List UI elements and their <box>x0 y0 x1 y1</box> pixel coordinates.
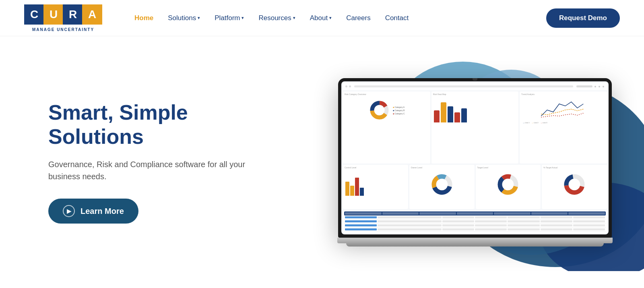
table-col-header <box>531 212 568 215</box>
table-cell <box>508 216 539 218</box>
play-icon: ▶ <box>63 205 75 217</box>
dashboard-screen: Risk Category Overview <box>341 81 609 234</box>
laptop-base <box>337 238 613 243</box>
nav-about[interactable]: About ▾ <box>304 11 337 25</box>
table-col-header <box>494 212 530 215</box>
table-cell-link <box>345 224 377 226</box>
table-row <box>344 224 606 228</box>
donut-chart-2: Owner Level <box>409 165 475 209</box>
laptop-notch <box>473 78 477 81</box>
laptop: Risk Category Overview <box>338 78 612 247</box>
charts-row-1: Risk Category Overview <box>343 91 607 164</box>
table-row <box>344 215 606 220</box>
bar-chart-1: Risk Heat Map <box>431 91 519 164</box>
table-cell <box>378 220 442 222</box>
table-cell <box>541 224 572 226</box>
nav-contact[interactable]: Contact <box>380 11 415 25</box>
table-col-header <box>568 212 605 215</box>
donut-chart-3: Target Level <box>476 165 541 209</box>
charts-row-2: Control Level <box>343 165 607 209</box>
table-cell <box>541 228 572 230</box>
logo-letter-a: A <box>88 8 96 21</box>
nav-solutions[interactable]: Solutions ▾ <box>162 11 206 25</box>
main-nav: Home Solutions ▾ Platform ▾ Resources ▾ … <box>129 11 546 25</box>
logo-letter-c: C <box>30 8 38 21</box>
table-cell <box>442 224 474 226</box>
table-col-header <box>419 212 456 215</box>
table-cell-link <box>345 220 377 222</box>
nav-platform[interactable]: Platform ▾ <box>209 11 250 25</box>
chevron-down-icon: ▾ <box>198 15 200 21</box>
hero-section: Smart, Simple Solutions Governance, Risk… <box>0 36 644 288</box>
nav-resources[interactable]: Resources ▾ <box>253 11 301 25</box>
donut-chart-1: Risk Category Overview <box>343 91 430 164</box>
table-cell-link <box>345 216 377 218</box>
table-cell <box>573 220 605 222</box>
nav-home[interactable]: Home <box>129 11 159 25</box>
table-cell <box>508 228 539 230</box>
table-cell <box>475 228 507 230</box>
learn-more-button[interactable]: ▶ Learn More <box>48 199 138 224</box>
dashboard-header <box>343 83 607 90</box>
table-cell <box>442 228 474 230</box>
table-cell <box>573 216 605 218</box>
hero-title: Smart, Simple Solutions <box>48 101 258 149</box>
dashboard-table <box>343 210 607 233</box>
table-col-header <box>457 212 493 215</box>
table-row <box>344 220 606 224</box>
logo-letter-u: U <box>50 8 58 21</box>
logo-letter-r: R <box>69 8 77 21</box>
table-header <box>344 211 606 215</box>
line-chart-1: Trend Analysis — Line 1 <box>520 91 607 164</box>
chevron-down-icon: ▾ <box>242 15 244 21</box>
table-cell <box>475 224 507 226</box>
hero-text-block: Smart, Simple Solutions Governance, Risk… <box>48 101 258 224</box>
header-dot <box>345 85 347 87</box>
table-row <box>344 228 606 232</box>
table-cell <box>541 216 572 218</box>
chevron-down-icon: ▾ <box>329 15 332 21</box>
table-cell <box>378 224 442 226</box>
table-cell-link <box>345 228 377 230</box>
bar-chart-2: Control Level <box>343 165 408 209</box>
nav-careers[interactable]: Careers <box>341 11 376 25</box>
laptop-foot <box>346 243 604 247</box>
hero-visual: Risk Category Overview <box>290 46 644 279</box>
chevron-down-icon: ▾ <box>293 15 295 21</box>
logo-tagline: MANAGE UNCERTAINTY <box>24 27 102 32</box>
table-cell <box>573 224 605 226</box>
donut-chart-4: % Target Actual <box>542 165 607 209</box>
table-cell <box>508 220 539 222</box>
table-col-header <box>345 212 382 215</box>
table-cell <box>442 220 474 222</box>
table-cell <box>378 216 442 218</box>
table-cell <box>508 224 539 226</box>
header-dot <box>349 85 351 87</box>
table-cell <box>475 220 507 222</box>
request-demo-button[interactable]: Request Demo <box>546 8 620 28</box>
laptop-mockup: Risk Category Overview <box>338 78 612 247</box>
dashboard-content: Risk Category Overview <box>341 81 609 234</box>
table-cell <box>475 216 507 218</box>
table-cell <box>378 228 442 230</box>
table-cell <box>573 228 605 230</box>
laptop-screen: Risk Category Overview <box>338 78 612 238</box>
hero-subtitle: Governance, Risk and Compliance software… <box>48 158 258 182</box>
table-col-header <box>382 212 419 215</box>
table-cell <box>541 220 572 222</box>
table-cell <box>442 216 474 218</box>
logo[interactable]: C U R A MANAGE UNCERTAINTY <box>24 4 105 32</box>
